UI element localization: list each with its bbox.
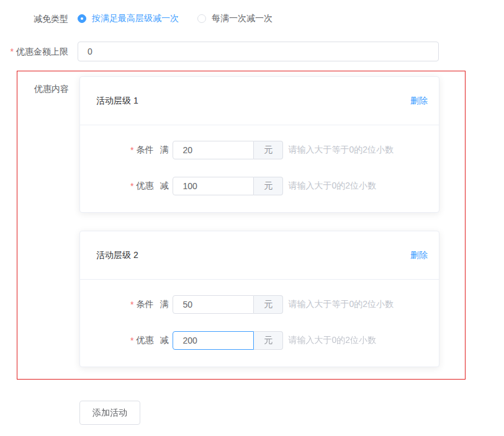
required-asterisk: *	[130, 145, 133, 155]
condition-amount-input[interactable]	[173, 295, 254, 314]
discount-amount-input[interactable]	[173, 177, 254, 195]
discount-content-label: 优惠内容	[17, 76, 69, 367]
input-hint: 请输入大于0的2位小数	[288, 180, 376, 192]
delete-tier-button[interactable]: 删除	[410, 96, 428, 107]
condition-label: *条件	[130, 145, 153, 156]
discount-input-group: 元	[173, 331, 283, 350]
radio-checked-icon	[78, 14, 86, 23]
discount-limit-input[interactable]	[78, 42, 439, 61]
tier-title: 活动层级 1	[96, 96, 138, 107]
tier-card-header: 活动层级 2 删除	[80, 231, 439, 280]
tier-title: 活动层级 2	[96, 250, 138, 261]
condition-row: *条件 满 元 请输入大于等于0的2位小数	[130, 141, 439, 159]
radio-option-highest-tier[interactable]: 按满足最高层级减一次	[78, 13, 179, 24]
discount-input-group: 元	[173, 177, 283, 195]
discount-row: *优惠 减 元 请输入大于0的2位小数	[130, 177, 439, 195]
discount-amount-input-focused[interactable]	[173, 331, 254, 350]
tier-card-1: 活动层级 1 删除 *条件 满 元 请输入大于等于0的2位小数 *优惠	[79, 76, 439, 213]
discount-label: *优惠	[130, 335, 153, 346]
tier-card-2: 活动层级 2 删除 *条件 满 元 请输入大于等于0的2位小数 *优惠	[79, 231, 439, 367]
condition-label: *条件	[130, 299, 153, 310]
discount-limit-label: *优惠金额上限	[0, 45, 68, 58]
unit-suffix: 元	[254, 141, 283, 159]
input-hint: 请输入大于0的2位小数	[288, 335, 376, 346]
reduction-type-label: 减免类型	[0, 12, 68, 25]
unit-suffix: 元	[254, 177, 283, 195]
tier-cards: 活动层级 1 删除 *条件 满 元 请输入大于等于0的2位小数 *优惠	[79, 76, 439, 367]
discount-row: *优惠 减 元 请输入大于0的2位小数	[130, 331, 439, 350]
add-activity-button[interactable]: 添加活动	[79, 401, 140, 425]
condition-prefix: 满	[160, 145, 168, 156]
condition-row: *条件 满 元 请输入大于等于0的2位小数	[130, 295, 439, 314]
tier-card-body: *条件 满 元 请输入大于等于0的2位小数 *优惠 减 元	[80, 280, 439, 367]
unit-suffix: 元	[254, 295, 283, 314]
actions-row: 添加活动	[79, 401, 504, 425]
required-asterisk: *	[130, 336, 133, 345]
radio-option-every-time[interactable]: 每满一次减一次	[197, 13, 272, 24]
discount-prefix: 减	[160, 335, 168, 346]
discount-limit-row: *优惠金额上限	[0, 42, 504, 61]
delete-tier-button[interactable]: 删除	[410, 250, 428, 261]
condition-input-group: 元	[173, 295, 283, 314]
radio-option-label: 每满一次减一次	[212, 13, 272, 24]
discount-label: *优惠	[130, 180, 153, 192]
required-asterisk: *	[11, 47, 14, 56]
reduction-type-row: 减免类型 按满足最高层级减一次 每满一次减一次	[0, 12, 504, 25]
radio-option-label: 按满足最高层级减一次	[92, 13, 179, 24]
discount-content-box: 优惠内容 活动层级 1 删除 *条件 满 元 请输入大于等于0的2位小数	[17, 71, 466, 380]
promotion-form: 减免类型 按满足最高层级减一次 每满一次减一次 *优惠金额上限 优惠内容 活动层…	[0, 0, 504, 425]
condition-amount-input[interactable]	[173, 141, 254, 159]
tier-card-header: 活动层级 1 删除	[80, 77, 439, 125]
input-hint: 请输入大于等于0的2位小数	[288, 145, 394, 156]
condition-prefix: 满	[160, 299, 168, 310]
required-asterisk: *	[130, 300, 133, 309]
tier-card-body: *条件 满 元 请输入大于等于0的2位小数 *优惠 减 元	[80, 125, 439, 212]
input-hint: 请输入大于等于0的2位小数	[288, 299, 394, 310]
reduction-type-radio-group: 按满足最高层级减一次 每满一次减一次	[78, 13, 291, 24]
radio-unchecked-icon	[197, 14, 206, 23]
discount-prefix: 减	[160, 180, 168, 192]
unit-suffix: 元	[254, 331, 283, 350]
required-asterisk: *	[130, 181, 133, 191]
condition-input-group: 元	[173, 141, 283, 159]
